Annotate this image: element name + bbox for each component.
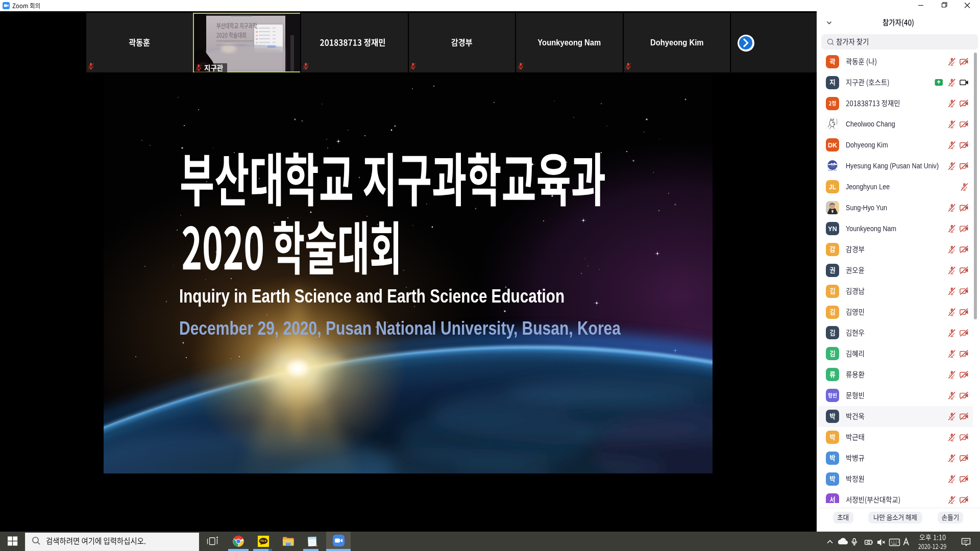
- svg-text:YMGA: YMGA: [830, 165, 835, 167]
- svg-text:Busan 2022: Busan 2022: [828, 169, 837, 171]
- svg-text:TALK: TALK: [260, 540, 267, 542]
